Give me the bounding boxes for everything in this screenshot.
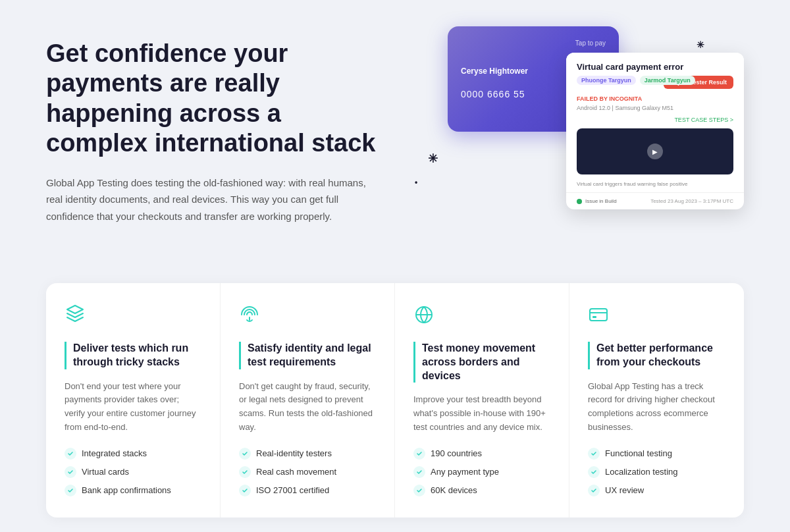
test-case-link[interactable]: TEST CASE STEPS >	[566, 117, 744, 123]
check-list-1: Integrated stacks Virtual cards Bank app…	[65, 448, 201, 496]
feature-heading-1: Deliver tests which run through tricky s…	[65, 342, 201, 369]
check-list-4: Functional testing Localization testing …	[588, 448, 725, 496]
check-icon	[413, 448, 425, 460]
check-item-2-1: Real-identity testers	[239, 448, 376, 460]
video-thumbnail: ▶	[577, 128, 733, 174]
page-wrapper: Get confidence your payments are really …	[0, 0, 790, 532]
svg-rect-2	[592, 316, 596, 318]
text-side: Get confidence your payments are really …	[46, 39, 382, 225]
check-label-1-3: Bank app confirmations	[82, 485, 171, 495]
check-item-2-3: ISO 27001 certified	[239, 485, 376, 496]
play-button[interactable]: ▶	[647, 144, 663, 159]
check-list-2: Real-identity testers Real cash movement…	[239, 448, 376, 496]
badge-tester1: Phuonge Targyun	[577, 76, 636, 85]
feature-body-3: Improve your test breadth beyond what's …	[413, 393, 550, 434]
feature-body-2: Don't get caught by fraud, security, or …	[239, 380, 376, 435]
check-icon	[65, 448, 76, 460]
badge-tester2: Jarmod Targyun	[640, 76, 695, 85]
feature-col-3: Test money movement across borders and d…	[395, 283, 569, 518]
feature-col-2: Satisfy identity and legal test requirem…	[221, 283, 395, 518]
check-item-2-2: Real cash movement	[239, 466, 376, 478]
check-icon	[413, 485, 425, 496]
error-modal-header: Virtual card payment error Phuonge Targy…	[566, 53, 744, 95]
check-icon	[65, 485, 76, 496]
device-info: Android 12.0 | Samsung Galaxy M51	[566, 105, 744, 111]
deco-star-4: •	[415, 178, 417, 187]
check-label-3-2: Any payment type	[431, 467, 499, 477]
feature-body-4: Global App Testing has a treck record fo…	[588, 380, 725, 435]
footer-status-area: Issue in Build	[577, 198, 617, 204]
check-item-1-3: Bank app confirmations	[65, 485, 201, 496]
check-item-1-1: Integrated stacks	[65, 448, 201, 460]
check-item-3-3: 60K devices	[413, 485, 550, 496]
deco-star-3: ✳	[428, 151, 438, 166]
deco-star-1: ✳	[697, 40, 704, 50]
check-label-4-3: UX review	[605, 485, 644, 495]
check-icon	[239, 485, 251, 496]
feature-heading-3: Test money movement across borders and d…	[413, 342, 550, 383]
main-container: Get confidence your payments are really …	[33, 20, 757, 518]
check-item-3-1: 190 countries	[413, 448, 550, 460]
page-headline: Get confidence your payments are really …	[46, 39, 382, 159]
check-label-3-1: 190 countries	[431, 448, 482, 458]
check-item-1-2: Virtual cards	[65, 466, 201, 478]
error-modal: Virtual card payment error Phuonge Targy…	[566, 53, 744, 209]
fingerprint-icon	[239, 304, 376, 329]
check-icon	[65, 466, 76, 478]
check-item-4-1: Functional testing	[588, 448, 725, 460]
feature-body-1: Don't end your test where your payments …	[65, 380, 201, 435]
failed-label: FAILED BY INCOGNITA	[566, 95, 744, 102]
check-label-1-1: Integrated stacks	[82, 448, 147, 458]
check-icon	[588, 466, 600, 478]
check-icon	[413, 466, 425, 478]
page-description: Global App Testing does testing the old-…	[46, 174, 382, 225]
check-item-4-2: Localization testing	[588, 466, 725, 478]
feature-col-4: Get better performance from your checkou…	[569, 283, 744, 518]
svg-rect-1	[590, 309, 607, 321]
check-item-4-3: UX review	[588, 485, 725, 496]
video-caption: Virtual card triggers fraud warning fals…	[566, 181, 744, 192]
globe-icon	[413, 304, 550, 329]
check-label-3-3: 60K devices	[431, 485, 477, 495]
check-label-2-2: Real cash movement	[256, 467, 336, 477]
check-label-2-3: ISO 27001 certified	[256, 485, 329, 495]
features-grid: Deliver tests which run through tricky s…	[46, 283, 744, 518]
image-area: ✳ ╱ ✳ • Tap to pay Ceryse Hightower 0000…	[408, 20, 744, 244]
check-icon	[588, 448, 600, 460]
check-icon	[588, 485, 600, 496]
check-icon	[239, 448, 251, 460]
footer-date: Tested 23 Aug 2023 – 3:17PM UTC	[650, 198, 733, 204]
check-label-4-1: Functional testing	[605, 448, 672, 458]
status-dot	[577, 199, 582, 204]
check-label-1-2: Virtual cards	[82, 467, 129, 477]
check-item-3-2: Any payment type	[413, 466, 550, 478]
top-section: Get confidence your payments are really …	[46, 20, 744, 244]
check-label-4-2: Localization testing	[605, 467, 678, 477]
footer-status: Issue in Build	[585, 198, 617, 204]
card-tap-label: Tap to pay	[461, 40, 606, 47]
check-list-3: 190 countries Any payment type 60K devic…	[413, 448, 550, 496]
error-footer: Issue in Build Tested 23 Aug 2023 – 3:17…	[566, 192, 744, 209]
layers-icon	[65, 304, 201, 329]
feature-heading-2: Satisfy identity and legal test requirem…	[239, 342, 376, 369]
error-title: Virtual card payment error	[577, 62, 733, 72]
check-label-2-1: Real-identity testers	[256, 448, 332, 458]
check-icon	[239, 466, 251, 478]
feature-col-1: Deliver tests which run through tricky s…	[46, 283, 221, 518]
feature-heading-4: Get better performance from your checkou…	[588, 342, 725, 369]
credit-card-icon	[588, 304, 725, 329]
